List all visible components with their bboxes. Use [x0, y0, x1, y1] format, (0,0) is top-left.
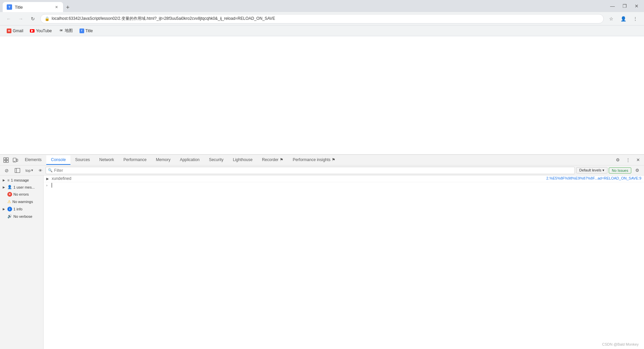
reload-button[interactable]: ↻ [28, 14, 38, 23]
tab-strip: T Title ✕ + [3, 0, 72, 12]
sidebar-user-messages-label: 1 user mes... [13, 185, 35, 189]
tab-lighthouse[interactable]: Lighthouse [228, 155, 257, 165]
maximize-button[interactable]: ❐ [620, 1, 629, 11]
watermark: CSDN @Bald Monkey [602, 342, 639, 346]
window-controls: — ❐ ✕ [608, 1, 641, 11]
bookmark-youtube[interactable]: YouTube [27, 28, 54, 34]
title-bm-icon: T [79, 29, 84, 33]
lock-icon: 🔒 [45, 16, 50, 21]
user-messages-icon: 👤 [7, 185, 12, 189]
devtools-right-actions: ⚙ ⋮ ✕ [613, 155, 643, 165]
sidebar-errors-label: No errors [13, 192, 29, 196]
verbose-icon: 🔊 [7, 214, 12, 218]
bookmark-title-label: Title [86, 29, 93, 33]
bookmark-maps[interactable]: 🗺 地图 [56, 27, 75, 34]
console-input-chevron: › [46, 184, 50, 187]
devtools-inspect-btn[interactable] [1, 155, 11, 165]
console-entry-source[interactable]: 2.%E5%8F%98%E9%87%8F...ad=RELOAD_ON_SAVE… [546, 176, 641, 180]
info-icon: i [7, 207, 12, 211]
console-toolbar: ⊘ top ▾ 👁 🔍 Default levels ▾ No Issues [0, 165, 644, 176]
sidebar-item-info[interactable]: ▶ i 1 info [0, 205, 43, 213]
url-bar[interactable]: 🔒 localhost:63342/JavaScript/lesson02/2.… [40, 14, 604, 23]
issues-settings-btn[interactable]: ⚙ [633, 166, 642, 175]
console-main: ▶ xundefined 2.%E5%8F%98%E9%87%8F...ad=R… [44, 176, 644, 349]
address-action-star[interactable]: ☆ [606, 14, 616, 23]
tab-console[interactable]: Console [46, 155, 70, 165]
errors-icon: ✕ [7, 192, 12, 197]
page-area [0, 36, 644, 154]
bookmark-maps-label: 地图 [65, 28, 73, 34]
default-levels-label: Default levels ▾ [579, 168, 604, 172]
info-expand-arrow: ▶ [3, 207, 6, 211]
sidebar-item-user-messages[interactable]: ▶ 👤 1 user mes... [0, 184, 43, 191]
sidebar-item-errors[interactable]: ✕ No errors [0, 191, 43, 198]
address-action-menu[interactable]: ⋮ [631, 14, 640, 23]
url-text: localhost:63342/JavaScript/lesson02/2.变量… [52, 16, 275, 21]
devtools-more-btn[interactable]: ⋮ [623, 155, 633, 165]
console-sidebar-toggle-btn[interactable] [13, 166, 22, 175]
sidebar-item-messages[interactable]: ▶ ≡ 1 message [0, 177, 43, 184]
new-tab-button[interactable]: + [63, 3, 72, 12]
tab-memory[interactable]: Memory [151, 155, 175, 165]
devtools-tabs: Elements Console Sources Network Perform… [20, 155, 340, 165]
no-issues-btn[interactable]: No Issues [609, 167, 631, 173]
svg-rect-0 [4, 158, 6, 160]
tab-sources[interactable]: Sources [70, 155, 95, 165]
svg-rect-5 [16, 159, 18, 161]
tab-title: Title [15, 5, 23, 10]
filter-input-wrap[interactable]: 🔍 [46, 167, 575, 174]
filter-input[interactable] [54, 168, 573, 173]
sidebar-warnings-label: No warnings [12, 200, 33, 204]
bookmark-gmail-label: Gmail [13, 29, 23, 33]
bookmark-gmail[interactable]: M Gmail [4, 28, 26, 34]
console-cursor [52, 183, 52, 188]
top-selector[interactable]: top ▾ [23, 167, 35, 173]
tab-recorder[interactable]: Recorder ⚑ [257, 155, 288, 165]
eye-btn[interactable]: 👁 [37, 168, 44, 173]
console-sidebar: ▶ ≡ 1 message ▶ 👤 1 user mes... ✕ No err… [0, 176, 44, 349]
address-action-profile[interactable]: 👤 [619, 14, 628, 23]
devtools-settings-btn[interactable]: ⚙ [613, 155, 623, 165]
tab-application[interactable]: Application [175, 155, 204, 165]
tab-network[interactable]: Network [95, 155, 119, 165]
svg-rect-2 [4, 160, 6, 162]
console-entry-value: xundefined [52, 176, 71, 181]
console-input-row[interactable]: › [44, 182, 644, 188]
forward-button[interactable]: → [16, 14, 25, 23]
bookmarks-bar: M Gmail YouTube 🗺 地图 T Title [0, 26, 644, 36]
warnings-icon: ⚠ [7, 199, 11, 204]
youtube-icon [30, 29, 35, 33]
console-entry-expand[interactable]: ▶ [46, 176, 50, 181]
bookmark-title[interactable]: T Title [77, 28, 96, 34]
svg-rect-3 [6, 160, 8, 162]
back-button[interactable]: ← [4, 14, 13, 23]
gmail-icon: M [7, 29, 11, 33]
sidebar-item-warnings[interactable]: ⚠ No warnings [0, 198, 43, 205]
no-issues-label: No Issues [612, 168, 628, 172]
address-bar: ← → ↻ 🔒 localhost:63342/JavaScript/lesso… [0, 12, 644, 26]
sidebar-item-verbose[interactable]: 🔊 No verbose [0, 213, 43, 220]
top-selector-arrow: ▾ [31, 168, 33, 172]
default-levels-btn[interactable]: Default levels ▾ [576, 167, 607, 173]
messages-expand-arrow: ▶ [3, 179, 6, 182]
console-clear-btn[interactable]: ⊘ [2, 166, 11, 175]
devtools-close-btn[interactable]: ✕ [633, 155, 643, 165]
tab-elements[interactable]: Elements [20, 155, 46, 165]
devtools-device-btn[interactable] [11, 155, 20, 165]
minimize-button[interactable]: — [608, 1, 617, 11]
active-tab[interactable]: T Title ✕ [3, 2, 63, 12]
svg-rect-1 [6, 158, 8, 160]
tab-close-btn[interactable]: ✕ [54, 4, 59, 10]
tab-favicon: T [7, 4, 12, 10]
tab-performance[interactable]: Performance [119, 155, 151, 165]
close-button[interactable]: ✕ [632, 1, 641, 11]
svg-rect-7 [15, 168, 20, 172]
filter-icon: 🔍 [48, 168, 53, 172]
devtools-top-bar: Elements Console Sources Network Perform… [0, 155, 644, 165]
user-messages-expand-arrow: ▶ [3, 186, 6, 189]
tab-performance-insights[interactable]: Performance insights ⚑ [288, 155, 340, 165]
messages-icon: ≡ [7, 178, 9, 182]
sidebar-info-label: 1 info [13, 207, 22, 211]
maps-icon: 🗺 [59, 29, 63, 33]
tab-security[interactable]: Security [204, 155, 228, 165]
